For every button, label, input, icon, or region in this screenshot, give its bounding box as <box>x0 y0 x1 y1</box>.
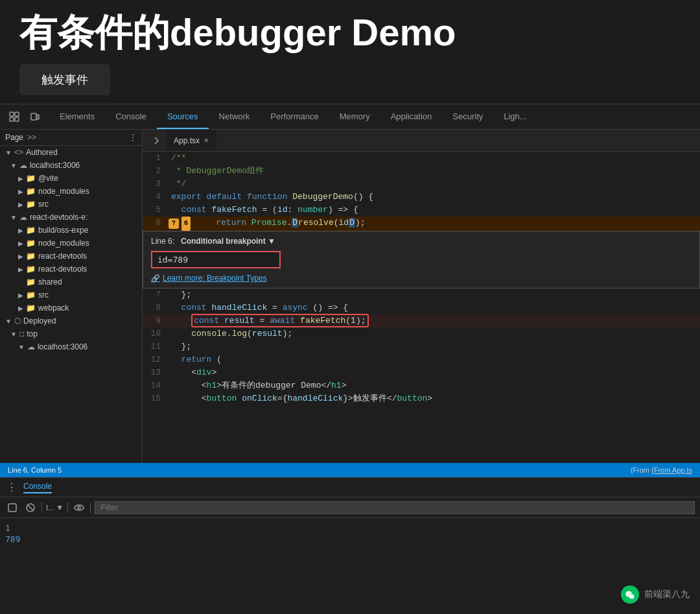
status-left: Line 6, Column 5 <box>8 466 62 474</box>
wechat-icon <box>621 585 639 604</box>
tab-elements[interactable]: Elements <box>49 104 105 129</box>
tab-console[interactable]: Console <box>105 104 157 129</box>
breakpoint-badge: ? <box>169 218 179 229</box>
console-area: ⋮ Console t... ▼ <box>0 477 700 574</box>
code-line-4: 4 export default function DebuggerDemo()… <box>143 191 700 204</box>
eye-icon[interactable] <box>72 501 86 515</box>
code-line-3: 3 */ <box>143 178 700 191</box>
breakpoint-popup: Line 6: Conditional breakpoint ▼ 🔗 Learn… <box>143 231 700 289</box>
code-area: App.tsx ✕ 1 /** 2 * DebuggerDemo组件 3 <box>143 130 700 463</box>
console-value: 789 <box>5 534 20 544</box>
filter-dropdown-btn[interactable]: t... ▼ <box>46 501 64 515</box>
devtools-tabs: Elements Console Sources Network Perform… <box>0 104 700 130</box>
code-tabs: App.tsx ✕ <box>143 130 700 152</box>
code-editor[interactable]: 1 /** 2 * DebuggerDemo组件 3 */ 4 export d… <box>143 152 700 463</box>
code-line-13: 13 <div> <box>143 366 700 379</box>
page-title: 有条件的debugger Demo <box>19 12 681 53</box>
page-tab[interactable]: Page <box>5 133 23 142</box>
svg-rect-3 <box>15 117 19 121</box>
source-link[interactable]: (From App.ts <box>651 466 692 474</box>
tree-authored[interactable]: ▼ <> Authored <box>0 146 142 159</box>
code-lines: 1 /** 2 * DebuggerDemo组件 3 */ 4 export d… <box>143 152 700 405</box>
svg-point-10 <box>78 506 80 509</box>
status-right: (From (From App.ts <box>631 466 692 474</box>
console-toolbar: t... ▼ <box>0 497 700 518</box>
code-line-7: 7 }; <box>143 289 700 301</box>
chevron-down-icon: ▼ <box>56 503 64 512</box>
tree-react-devtools-3[interactable]: ▶ 📁 react-devtools <box>0 263 142 276</box>
clear-console-btn[interactable] <box>5 501 19 515</box>
code-line-15: 15 <button onClick={handleClick}>触发事件</b… <box>143 392 700 405</box>
trigger-button[interactable]: 触发事件 <box>19 64 110 95</box>
code-line-10: 10 console.log(result); <box>143 327 700 340</box>
main-content: Page >> ⋮ ▼ <> Authored ▼ ☁ localhost:30… <box>0 130 700 463</box>
code-tab-label: App.tsx <box>174 136 200 145</box>
toolbar-separator-2 <box>67 502 68 513</box>
bp-input-row <box>151 251 692 268</box>
bp-condition-input[interactable] <box>151 251 281 268</box>
tree-react-devtools-2[interactable]: ▶ 📁 react-devtools <box>0 250 142 263</box>
inspect-icon[interactable] <box>5 108 23 126</box>
code-line-2: 2 * DebuggerDemo组件 <box>143 165 700 178</box>
console-line-num: 1 <box>5 523 10 533</box>
cursor-position: Line 6, Column 5 <box>8 466 62 474</box>
status-bar: Line 6, Column 5 (From (From App.ts <box>0 463 700 477</box>
tree-shared[interactable]: ▶ 📁 shared <box>0 276 142 289</box>
console-output-line: 1 <box>5 523 695 533</box>
code-line-5: 5 const fakeFetch = (id: number) => { <box>143 204 700 217</box>
ban-icon[interactable] <box>23 501 38 515</box>
tree-localhost[interactable]: ▼ ☁ localhost:3006 <box>0 159 142 172</box>
console-filter-input[interactable] <box>95 501 695 514</box>
svg-line-8 <box>28 504 34 510</box>
tab-performance[interactable]: Performance <box>260 104 329 129</box>
code-line-6: 6 ? 6 return Promise.Dresolve(idD); <box>143 217 700 231</box>
code-line-12: 12 return ( <box>143 353 700 366</box>
tree-src-1[interactable]: ▶ 📁 src <box>0 198 142 211</box>
code-tab-close[interactable]: ✕ <box>204 137 209 144</box>
svg-rect-4 <box>31 113 36 120</box>
svg-point-9 <box>75 505 84 510</box>
console-value-row: 789 <box>5 534 695 544</box>
console-header: ⋮ Console <box>0 478 700 497</box>
code-tab-app[interactable]: App.tsx ✕ <box>166 130 216 151</box>
console-drag-icon[interactable]: ⋮ <box>5 481 18 494</box>
console-output: 1 789 <box>0 518 700 574</box>
wechat-badge: 前端渠八九 <box>621 585 690 604</box>
tab-application[interactable]: Application <box>380 104 443 129</box>
tree-vite[interactable]: ▶ 📁 @vite <box>0 172 142 185</box>
code-line-8: 8 const handleClick = async () => { <box>143 301 700 314</box>
tree-node-modules-1[interactable]: ▶ 📁 node_modules <box>0 185 142 198</box>
tab-network[interactable]: Network <box>209 104 261 129</box>
more-tab[interactable]: >> <box>27 133 36 142</box>
code-line-1: 1 /** <box>143 152 700 165</box>
code-nav-icon[interactable] <box>148 132 166 150</box>
tree-build[interactable]: ▶ 📁 build/oss-expe <box>0 224 142 237</box>
device-icon[interactable] <box>26 108 44 126</box>
top-area: 有条件的debugger Demo 触发事件 <box>0 0 700 104</box>
external-link-icon: 🔗 <box>151 274 160 283</box>
tree-node-modules-2[interactable]: ▶ 📁 node_modules <box>0 237 142 250</box>
tree-src-2[interactable]: ▶ 📁 src <box>0 289 142 301</box>
tab-security[interactable]: Security <box>442 104 493 129</box>
tree-react-devtools[interactable]: ▼ ☁ react-devtools-e: <box>0 211 142 224</box>
tree-localhost-deployed[interactable]: ▼ ☁ localhost:3006 <box>0 340 142 353</box>
tab-memory[interactable]: Memory <box>329 104 380 129</box>
code-line-14: 14 <h1>有条件的debugger Demo</h1> <box>143 379 700 392</box>
code-line-11: 11 }; <box>143 340 700 353</box>
console-tab[interactable]: Console <box>23 482 52 493</box>
learn-more-link[interactable]: 🔗 Learn more: Breakpoint Types <box>151 274 692 283</box>
svg-rect-6 <box>8 504 16 512</box>
devtools-icons <box>5 108 44 126</box>
file-tree-header: Page >> ⋮ <box>0 130 142 146</box>
svg-rect-1 <box>15 112 19 116</box>
svg-rect-0 <box>10 112 14 116</box>
tree-webpack[interactable]: ▶ 📁 webpack <box>0 301 142 314</box>
tree-deployed[interactable]: ▼ ⬡ Deployed <box>0 314 142 327</box>
toolbar-separator-3 <box>90 502 91 513</box>
tab-lighthouse[interactable]: Ligh... <box>493 104 537 129</box>
breakpoint-num: 6 <box>181 217 191 231</box>
file-tree-menu-icon[interactable]: ⋮ <box>129 133 137 142</box>
tab-sources[interactable]: Sources <box>157 104 209 129</box>
tree-top[interactable]: ▼ □ top <box>0 327 142 340</box>
toolbar-separator <box>41 502 42 513</box>
